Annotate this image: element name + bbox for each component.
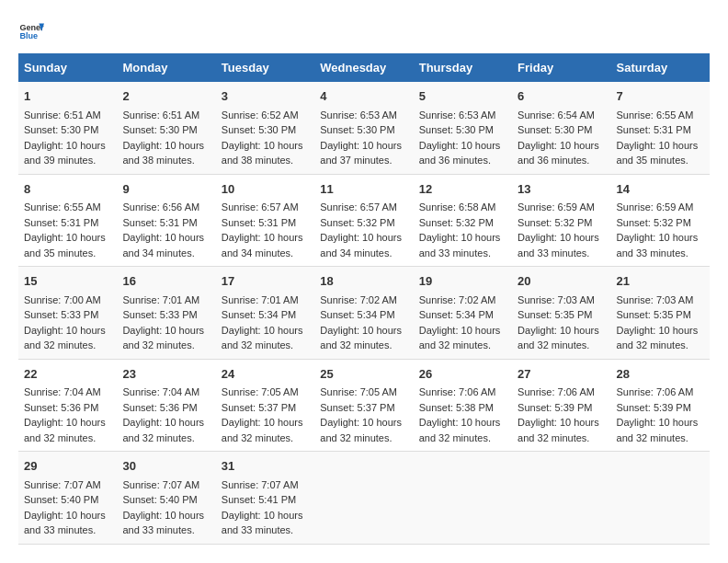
day-number: 17 <box>222 272 309 291</box>
sunset-text: Sunset: 5:36 PM <box>122 402 197 413</box>
day-number: 5 <box>419 87 506 106</box>
daylight-text: Daylight: 10 hours and 33 minutes. <box>24 510 106 536</box>
sunrise-text: Sunrise: 6:53 AM <box>419 109 496 121</box>
sunrise-text: Sunrise: 7:02 AM <box>320 294 397 305</box>
day-number: 7 <box>617 87 704 106</box>
sunrise-text: Sunrise: 7:01 AM <box>122 294 199 305</box>
table-row: 15Sunrise: 7:00 AMSunset: 5:33 PMDayligh… <box>18 267 117 360</box>
day-number: 3 <box>222 87 309 106</box>
sunset-text: Sunset: 5:31 PM <box>122 217 197 228</box>
sunrise-text: Sunrise: 6:58 AM <box>419 201 496 213</box>
daylight-text: Daylight: 10 hours and 35 minutes. <box>24 232 106 259</box>
table-row: 22Sunrise: 7:04 AMSunset: 5:36 PMDayligh… <box>18 359 117 452</box>
sunset-text: Sunset: 5:37 PM <box>320 402 394 413</box>
col-sunday: Sunday <box>18 53 117 82</box>
week-row-4: 22Sunrise: 7:04 AMSunset: 5:36 PMDayligh… <box>18 359 710 452</box>
table-row: 8Sunrise: 6:55 AMSunset: 5:31 PMDaylight… <box>18 174 117 267</box>
day-number: 25 <box>320 365 407 384</box>
table-row: 6Sunrise: 6:54 AMSunset: 5:30 PMDaylight… <box>512 82 610 174</box>
sunset-text: Sunset: 5:33 PM <box>24 309 98 320</box>
day-number: 23 <box>122 365 210 384</box>
sunset-text: Sunset: 5:40 PM <box>24 494 98 505</box>
table-row: 21Sunrise: 7:03 AMSunset: 5:35 PMDayligh… <box>611 267 710 360</box>
daylight-text: Daylight: 10 hours and 34 minutes. <box>222 232 303 259</box>
table-row: 16Sunrise: 7:01 AMSunset: 5:33 PMDayligh… <box>117 267 215 360</box>
day-number: 19 <box>419 272 506 291</box>
daylight-text: Daylight: 10 hours and 32 minutes. <box>419 325 501 351</box>
day-number: 28 <box>617 365 704 384</box>
col-tuesday: Tuesday <box>216 53 314 82</box>
daylight-text: Daylight: 10 hours and 32 minutes. <box>122 417 204 443</box>
sunrise-text: Sunrise: 6:55 AM <box>617 109 694 121</box>
day-number: 12 <box>419 180 506 199</box>
daylight-text: Daylight: 10 hours and 33 minutes. <box>222 510 303 536</box>
sunrise-text: Sunrise: 7:01 AM <box>222 294 299 305</box>
sunrise-text: Sunrise: 6:57 AM <box>222 201 299 213</box>
sunset-text: Sunset: 5:36 PM <box>24 402 98 413</box>
logo-icon: General Blue <box>18 18 44 44</box>
daylight-text: Daylight: 10 hours and 38 minutes. <box>122 140 204 167</box>
daylight-text: Daylight: 10 hours and 32 minutes. <box>320 417 402 443</box>
sunrise-text: Sunrise: 6:59 AM <box>617 201 694 213</box>
sunset-text: Sunset: 5:31 PM <box>617 124 691 135</box>
table-row: 30Sunrise: 7:07 AMSunset: 5:40 PMDayligh… <box>117 452 215 545</box>
col-monday: Monday <box>117 53 215 82</box>
table-row: 23Sunrise: 7:04 AMSunset: 5:36 PMDayligh… <box>117 359 215 452</box>
day-number: 10 <box>222 180 309 199</box>
sunrise-text: Sunrise: 6:59 AM <box>518 201 595 213</box>
daylight-text: Daylight: 10 hours and 37 minutes. <box>320 140 402 167</box>
sunset-text: Sunset: 5:39 PM <box>518 402 592 413</box>
sunset-text: Sunset: 5:32 PM <box>518 217 592 228</box>
daylight-text: Daylight: 10 hours and 38 minutes. <box>222 140 303 167</box>
table-row: 18Sunrise: 7:02 AMSunset: 5:34 PMDayligh… <box>314 267 413 360</box>
table-row: 4Sunrise: 6:53 AMSunset: 5:30 PMDaylight… <box>314 82 413 174</box>
sunset-text: Sunset: 5:35 PM <box>518 309 592 320</box>
week-row-3: 15Sunrise: 7:00 AMSunset: 5:33 PMDayligh… <box>18 267 710 360</box>
table-row: 31Sunrise: 7:07 AMSunset: 5:41 PMDayligh… <box>216 452 314 545</box>
sunset-text: Sunset: 5:34 PM <box>419 309 494 320</box>
day-number: 6 <box>518 87 605 106</box>
day-number: 13 <box>518 180 605 199</box>
sunset-text: Sunset: 5:33 PM <box>122 309 197 320</box>
table-row: 2Sunrise: 6:51 AMSunset: 5:30 PMDaylight… <box>117 82 215 174</box>
daylight-text: Daylight: 10 hours and 33 minutes. <box>518 232 599 259</box>
week-row-1: 1Sunrise: 6:51 AMSunset: 5:30 PMDaylight… <box>18 82 710 174</box>
sunrise-text: Sunrise: 6:54 AM <box>518 109 595 121</box>
daylight-text: Daylight: 10 hours and 35 minutes. <box>617 140 699 167</box>
col-friday: Friday <box>512 53 610 82</box>
table-row: 24Sunrise: 7:05 AMSunset: 5:37 PMDayligh… <box>216 359 314 452</box>
sunset-text: Sunset: 5:32 PM <box>419 217 494 228</box>
table-row <box>512 452 610 545</box>
logo: General Blue <box>18 18 44 44</box>
sunset-text: Sunset: 5:30 PM <box>518 124 592 135</box>
calendar-body: 1Sunrise: 6:51 AMSunset: 5:30 PMDaylight… <box>18 82 710 544</box>
table-row: 7Sunrise: 6:55 AMSunset: 5:31 PMDaylight… <box>611 82 710 174</box>
sunrise-text: Sunrise: 6:52 AM <box>222 109 299 121</box>
sunrise-text: Sunrise: 7:07 AM <box>222 479 299 490</box>
table-row: 14Sunrise: 6:59 AMSunset: 5:32 PMDayligh… <box>611 174 710 267</box>
sunset-text: Sunset: 5:35 PM <box>617 309 691 320</box>
sunrise-text: Sunrise: 6:55 AM <box>24 201 101 213</box>
day-number: 8 <box>24 180 111 199</box>
sunset-text: Sunset: 5:30 PM <box>122 124 197 135</box>
table-row: 20Sunrise: 7:03 AMSunset: 5:35 PMDayligh… <box>512 267 610 360</box>
daylight-text: Daylight: 10 hours and 36 minutes. <box>419 140 501 167</box>
sunrise-text: Sunrise: 7:05 AM <box>222 386 299 397</box>
day-number: 18 <box>320 272 407 291</box>
table-row: 10Sunrise: 6:57 AMSunset: 5:31 PMDayligh… <box>216 174 314 267</box>
day-number: 15 <box>24 272 111 291</box>
day-number: 30 <box>122 457 210 476</box>
sunset-text: Sunset: 5:31 PM <box>222 217 296 228</box>
table-row: 27Sunrise: 7:06 AMSunset: 5:39 PMDayligh… <box>512 359 610 452</box>
daylight-text: Daylight: 10 hours and 32 minutes. <box>24 325 106 351</box>
day-number: 4 <box>320 87 407 106</box>
calendar-table: Sunday Monday Tuesday Wednesday Thursday… <box>18 53 710 545</box>
daylight-text: Daylight: 10 hours and 33 minutes. <box>617 232 699 259</box>
day-number: 2 <box>122 87 210 106</box>
day-number: 22 <box>24 365 111 384</box>
day-number: 24 <box>222 365 309 384</box>
sunset-text: Sunset: 5:41 PM <box>222 494 296 505</box>
daylight-text: Daylight: 10 hours and 32 minutes. <box>419 417 501 443</box>
daylight-text: Daylight: 10 hours and 33 minutes. <box>419 232 501 259</box>
col-thursday: Thursday <box>414 53 512 82</box>
